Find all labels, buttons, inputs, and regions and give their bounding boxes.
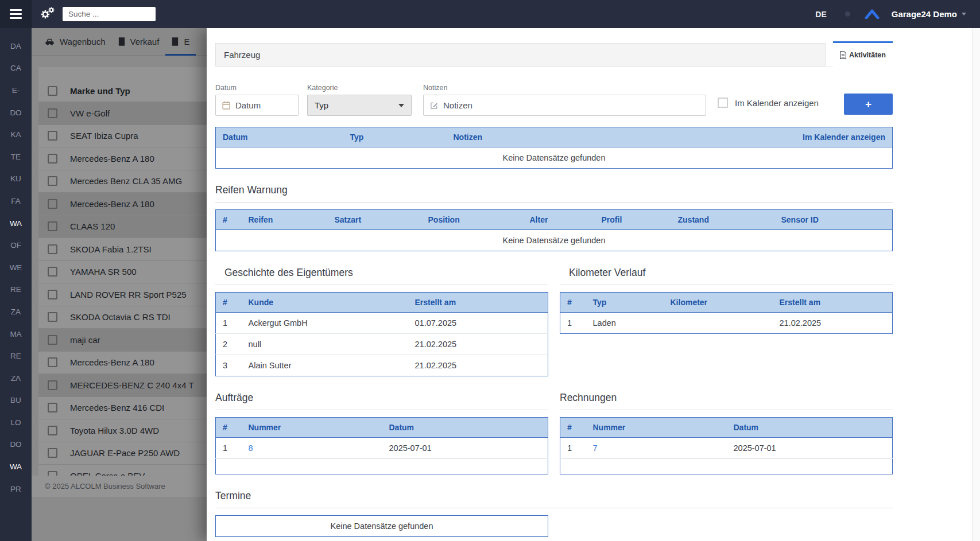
sidebar-item-lo[interactable]: LO — [0, 411, 32, 434]
table-cell: 2025-07-01 — [727, 438, 893, 459]
table-cell: 8 — [242, 438, 382, 459]
table-header-row: #NummerDatum — [216, 418, 548, 438]
column-header: Zustand — [671, 210, 774, 230]
column-header: Datum — [382, 418, 548, 438]
sidebar-item-re[interactable]: RE — [0, 279, 32, 301]
sidebar-item-za[interactable]: ZA — [0, 367, 32, 390]
table-cell: 21.02.2025 — [408, 334, 548, 355]
section-title-eigentuemer: Geschichte des Eigentümers — [215, 267, 548, 285]
account-menu[interactable]: Garage24 Demo — [892, 9, 957, 19]
datum-input-wrap[interactable] — [215, 95, 299, 116]
new-activity-form: Datum Kategorie Typ — [215, 84, 893, 122]
table-header-row: #KundeErstellt am — [216, 293, 548, 313]
hamburger-icon — [10, 9, 22, 11]
kategorie-select[interactable]: Typ — [307, 95, 412, 116]
sidebar-item-wa[interactable]: WA — [0, 212, 32, 235]
notizen-input-wrap[interactable] — [423, 95, 706, 116]
table-header-row: #ReifenSatzartPositionAlterProfilZustand… — [216, 210, 893, 230]
datum-input[interactable] — [235, 100, 292, 110]
auftraege-table: #NummerDatum 182025-07-01 — [215, 417, 548, 474]
table-cell: Ackergut GmbH — [242, 313, 408, 334]
sidebar-item-ca[interactable]: CA — [0, 57, 32, 80]
table-cell: null — [242, 334, 408, 355]
add-activity-button[interactable]: + — [844, 94, 893, 115]
kalender-checkbox[interactable] — [718, 98, 728, 108]
table-cell: 1 — [216, 438, 242, 459]
section-title-kilometer: Kilometer Verlauf — [560, 267, 893, 285]
pencil-icon — [430, 102, 438, 110]
table-cell: 21.02.2025 — [408, 355, 548, 376]
sidebar-item-do[interactable]: DO — [0, 102, 32, 124]
rechnungen-table: #NummerDatum 172025-07-01 — [560, 417, 893, 474]
document-number-link[interactable]: 8 — [249, 443, 253, 453]
column-header: Satzart — [328, 210, 421, 230]
kalender-label: Im Kalender anzeigen — [735, 98, 819, 108]
sidebar-item-ma[interactable]: MA — [0, 323, 32, 345]
empty-state-text: Keine Datensätze gefunden — [216, 230, 893, 251]
section-title-termine: Termine — [215, 490, 893, 508]
section-title-rechnungen: Rechnungen — [560, 392, 893, 410]
sidebar-item-ka[interactable]: KA — [0, 123, 32, 146]
kilometer-table: #TypKilometerErstellt am 1Laden21.02.202… — [560, 292, 893, 334]
calendar-icon — [222, 101, 230, 110]
document-icon — [840, 51, 846, 59]
document-number-link[interactable]: 7 — [593, 443, 598, 453]
language-selector[interactable]: DE — [815, 10, 826, 19]
table-cell: 7 — [586, 438, 727, 459]
chevron-down-icon — [398, 104, 404, 107]
sidebar-item-e[interactable]: E- — [0, 79, 32, 102]
kategorie-selected-value: Typ — [315, 100, 328, 110]
table-row: 182025-07-01 — [216, 438, 548, 459]
panel-tab-bar: Fahrzeug Aktivitäten — [215, 41, 893, 67]
search-input[interactable] — [63, 7, 156, 21]
column-header: Kunde — [242, 293, 408, 313]
kalender-checkbox-group[interactable]: Im Kalender anzeigen — [718, 98, 819, 108]
sidebar-item-ku[interactable]: KU — [0, 168, 32, 190]
sidebar-item-bu[interactable]: BU — [0, 390, 32, 412]
table-header-row: DatumTypNotizenIm Kalender anzeigen — [216, 127, 893, 147]
column-header: Typ — [586, 293, 664, 313]
column-header: # — [216, 293, 242, 313]
sidebar-item-fa[interactable]: FA — [0, 190, 32, 212]
owner-history-column: Geschichte des Eigentümers #KundeErstell… — [215, 251, 548, 376]
tab-aktivitaeten-active[interactable]: Aktivitäten — [833, 41, 893, 67]
sidebar-nav: DACAE-DOKATEKUFAWAOFWEREZAMAREZABULODOWA… — [0, 28, 32, 541]
chevron-down-icon[interactable] — [962, 13, 966, 15]
sidebar-item-do[interactable]: DO — [0, 434, 32, 456]
sidebar-item-we[interactable]: WE — [0, 256, 32, 279]
sidebar-item-te[interactable]: TE — [0, 146, 32, 168]
empty-row: Keine Datensätze gefunden — [216, 230, 893, 251]
column-header: Sensor ID — [774, 210, 893, 230]
table-cell: 3 — [216, 355, 242, 376]
sidebar-item-da[interactable]: DA — [0, 35, 32, 57]
sidebar-item-za[interactable]: ZA — [0, 301, 32, 323]
table-row: 3Alain Sutter21.02.2025 — [216, 355, 548, 376]
reifen-table: #ReifenSatzartPositionAlterProfilZustand… — [215, 209, 893, 251]
status-dot[interactable] — [845, 11, 850, 17]
table-cell: 21.02.2025 — [773, 313, 893, 334]
eigentuemer-table: #KundeErstellt am 1Ackergut GmbH01.07.20… — [215, 292, 548, 376]
table-row: 1Ackergut GmbH01.07.2025 — [216, 313, 548, 334]
table-cell: Alain Sutter — [242, 355, 408, 376]
table-cell: Laden — [586, 313, 664, 334]
notizen-input[interactable] — [443, 100, 699, 110]
tab-fahrzeug-panel[interactable]: Fahrzeug — [215, 43, 826, 67]
kategorie-field: Kategorie Typ — [307, 84, 412, 116]
empty-state-text: Keine Datensätze gefunden — [216, 147, 893, 169]
column-header: Datum — [216, 127, 343, 147]
settings-gears-icon[interactable] — [41, 7, 57, 22]
sidebar-item-of[interactable]: OF — [0, 234, 32, 256]
sidebar-item-pr[interactable]: PR — [0, 478, 32, 500]
column-header: Erstellt am — [408, 293, 548, 313]
hamburger-menu-button[interactable] — [0, 0, 32, 28]
column-header: # — [560, 293, 586, 313]
sidebar-item-re[interactable]: RE — [0, 345, 32, 367]
column-header: Nummer — [242, 418, 382, 438]
scrollbar-track[interactable] — [972, 28, 980, 541]
sidebar-item-wa[interactable]: WA — [0, 456, 32, 478]
spacer-row — [216, 459, 548, 474]
aktivitaeten-table: DatumTypNotizenIm Kalender anzeigen Kein… — [215, 127, 893, 169]
navbar-right-group: DE Garage24 Demo — [815, 0, 966, 28]
termine-empty-state: Keine Datensätze gefunden — [215, 515, 548, 537]
table-header-row: #NummerDatum — [560, 418, 893, 438]
